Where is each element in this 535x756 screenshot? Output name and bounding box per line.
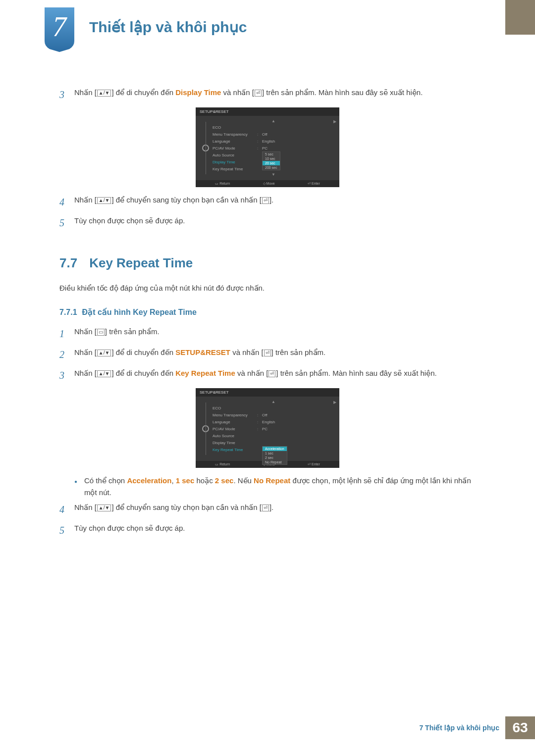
osd-item: Language:English xyxy=(213,418,334,425)
osd-item: Key Repeat TimeAcceleration1 sec2 secNo … xyxy=(213,446,334,453)
osd-popup-option: Acceleration xyxy=(263,447,287,451)
osd-item-label: Menu Transparency xyxy=(213,132,257,137)
text: ] trên sản phẩm. xyxy=(271,348,326,356)
chapter-number: 7 xyxy=(53,11,67,42)
osd-item-label: PC/AV Mode xyxy=(213,427,257,431)
osd-item-label: Auto Source xyxy=(213,153,257,157)
osd-return: ▭ Return xyxy=(215,462,230,466)
step-row: 2 Nhấn [▲/▼] để di chuyển đến SETUP&RESE… xyxy=(59,347,476,362)
step-number: 5 xyxy=(59,215,74,231)
osd-item-label: Display Time xyxy=(213,441,257,445)
osd-item: Language:English xyxy=(213,138,334,145)
osd-item: Menu Transparency:Off xyxy=(213,131,334,138)
osd-item: ECO xyxy=(213,124,334,131)
osd-popup-option: 1 sec xyxy=(263,451,287,455)
osd-popup: Acceleration1 sec2 secNo Repeat xyxy=(262,446,287,465)
step-number: 3 xyxy=(59,87,74,102)
text: và nhấn [ xyxy=(230,348,264,356)
osd-item: Menu Transparency:Off xyxy=(213,411,334,418)
osd-item-label: PC/AV Mode xyxy=(213,146,257,151)
highlight: SETUP&RESET xyxy=(175,348,230,356)
bullet-row: ● Có thể chọn Acceleration, 1 sec hoặc 2… xyxy=(74,475,476,499)
enter-icon: ⏎ xyxy=(264,350,271,356)
osd-item-label: Key Repeat Time xyxy=(213,448,257,452)
step-row: 5 Tùy chọn được chọn sẽ được áp. xyxy=(59,522,476,538)
updown-icon: ▲/▼ xyxy=(97,370,111,377)
osd-screenshot-1: SETUP&RESET ▲ECOMenu Transparency:OffLan… xyxy=(196,107,339,187)
subsection-title: Đặt cấu hình Key Repeat Time xyxy=(82,308,197,316)
osd-item: PC/AV Mode:PC xyxy=(213,145,334,151)
step-number: 4 xyxy=(59,194,74,210)
colon: : xyxy=(257,146,262,151)
enter-icon: ⏎ xyxy=(268,370,275,377)
osd-return: ▭ Return xyxy=(215,182,230,186)
osd-popup-option: 10 sec xyxy=(263,156,280,161)
colon: : xyxy=(257,413,262,417)
osd-item-label: Language xyxy=(213,420,257,424)
text: ] trên sản phẩm. Màn hình sau đây sẽ xuấ… xyxy=(276,369,436,377)
step-row: 3 Nhấn [▲/▼] để di chuyển đến Key Repeat… xyxy=(59,367,476,383)
highlight: Display Time xyxy=(175,88,221,97)
osd-item-label: Menu Transparency xyxy=(213,413,257,417)
text: ] để di chuyển đến xyxy=(111,369,175,377)
osd-item-label: ECO xyxy=(213,406,257,410)
subsection-number: 7.7.1 xyxy=(59,308,77,316)
page-header: 7 Thiết lập và khôi phục xyxy=(0,0,535,52)
osd-item: PC/AV Mode:PC xyxy=(213,425,334,432)
chapter-badge: 7 xyxy=(40,7,79,52)
osd-screenshot-2: SETUP&RESET ▲ECOMenu Transparency:OffLan… xyxy=(196,388,339,468)
chapter-title: Thiết lập và khôi phục xyxy=(89,18,247,36)
step-number: 3 xyxy=(59,367,74,383)
page-content: 3 Nhấn [▲/▼] để di chuyển đến Display Ti… xyxy=(0,87,535,538)
text: Nhấn [ xyxy=(74,88,97,97)
osd-enter: ⏎ Enter xyxy=(308,182,320,186)
osd-popup-option: No Repeat xyxy=(263,460,287,464)
osd-enter: ⏎ Enter xyxy=(308,462,320,466)
text: ] để chuyển sang tùy chọn bạn cần và nhấ… xyxy=(111,503,262,511)
osd-item-label: Language xyxy=(213,139,257,144)
step-text: Nhấn [▲/▼] để chuyển sang tùy chọn bạn c… xyxy=(74,502,476,513)
step-number: 1 xyxy=(59,326,74,342)
step-text: Tùy chọn được chọn sẽ được áp. xyxy=(74,215,476,227)
enter-icon: ⏎ xyxy=(255,90,262,97)
step-text: Nhấn [▲/▼] để di chuyển đến SETUP&RESET … xyxy=(74,347,476,358)
osd-title: SETUP&RESET xyxy=(196,388,339,397)
osd-item-value: Off xyxy=(262,132,268,137)
updown-icon: ▲/▼ xyxy=(97,504,111,511)
text: Nhấn [ xyxy=(74,503,97,511)
text: ] để di chuyển đến xyxy=(111,88,175,97)
step-row: 4 Nhấn [▲/▼] để chuyển sang tùy chọn bạn… xyxy=(59,502,476,517)
text: Nhấn [ xyxy=(74,369,97,377)
caret-right-icon: ▶ xyxy=(333,119,336,124)
arrow-down-icon: ▼ xyxy=(213,172,334,177)
arrow-up-icon: ▲ xyxy=(213,119,334,124)
osd-item: Display Time xyxy=(213,439,334,446)
subsection-heading: 7.7.1Đặt cấu hình Key Repeat Time xyxy=(59,307,476,317)
footer-chapter-text: 7 Thiết lập và khôi phục xyxy=(419,724,499,732)
osd-item-label: Key Repeat Time xyxy=(213,167,257,171)
step-text: Nhấn [▭] trên sản phẩm. xyxy=(74,326,476,338)
osd-title: SETUP&RESET xyxy=(196,107,339,116)
menu-icon: ▭ xyxy=(97,329,105,336)
osd-item: ECO xyxy=(213,404,334,411)
osd-popup-option: 200 sec xyxy=(263,165,280,170)
osd-item-label: Auto Source xyxy=(213,434,257,438)
step-text: Nhấn [▲/▼] để di chuyển đến Display Time… xyxy=(74,87,476,99)
step-text: Tùy chọn được chọn sẽ được áp. xyxy=(74,522,476,534)
step-number: 5 xyxy=(59,522,74,538)
osd-item-value: Off xyxy=(262,413,268,417)
step-text: Nhấn [▲/▼] để chuyển sang tùy chọn bạn c… xyxy=(74,194,476,206)
step-row: 5 Tùy chọn được chọn sẽ được áp. xyxy=(59,215,476,231)
text: Nhấn [ xyxy=(74,327,97,336)
updown-icon: ▲/▼ xyxy=(97,90,111,97)
text: Nhấn [ xyxy=(74,348,97,356)
step-row: 1 Nhấn [▭] trên sản phẩm. xyxy=(59,326,476,342)
step-number: 2 xyxy=(59,347,74,362)
step-text: Nhấn [▲/▼] để di chuyển đến Key Repeat T… xyxy=(74,367,476,379)
arrow-up-icon: ▲ xyxy=(213,400,334,404)
step-number: 4 xyxy=(59,502,74,517)
caret-right-icon: ▶ xyxy=(333,400,336,404)
text: ] để chuyển sang tùy chọn bạn cần và nhấ… xyxy=(111,196,262,204)
step-row: 4 Nhấn [▲/▼] để chuyển sang tùy chọn bạn… xyxy=(59,194,476,210)
text: ] trên sản phẩm. Màn hình sau đây sẽ xuấ… xyxy=(262,88,423,97)
